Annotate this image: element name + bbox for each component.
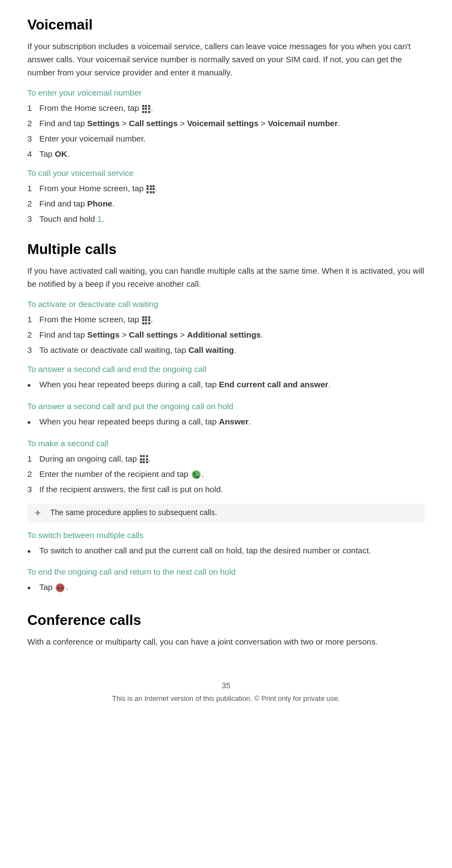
footnote: This is an Internet version of this publ… <box>27 694 425 702</box>
switch-calls-bullets: • To switch to another call and put the … <box>27 544 425 560</box>
grid-icon <box>142 105 150 113</box>
list-item: • Tap 📵. <box>27 581 425 597</box>
subsection-switch-calls: To switch between multiple calls <box>27 530 425 540</box>
grid-icon <box>146 185 155 193</box>
step-3: 3 To activate or deactivate call waiting… <box>27 344 425 357</box>
multiple-calls-section: Multiple calls If you have activated cal… <box>27 241 425 597</box>
svg-text:📵: 📵 <box>57 584 64 592</box>
make-second-call-steps: 1 During an ongoing call, tap . 2 Enter … <box>27 452 425 496</box>
tip-text: The same procedure applies to subsequent… <box>50 508 217 517</box>
subsection-answer-hold: To answer a second call and put the ongo… <box>27 401 425 411</box>
page-number: 35 <box>27 681 425 690</box>
subsection-make-second-call: To make a second call <box>27 439 425 448</box>
svg-text:📞: 📞 <box>193 471 200 479</box>
call-voicemail-steps: 1 From your Home screen, tap . 2 Find an… <box>27 182 425 226</box>
multiple-calls-intro: If you have activated call waiting, you … <box>27 264 425 291</box>
voicemail-intro: If your subscription includes a voicemai… <box>27 40 425 79</box>
step-2: 2 Enter the number of the recipient and … <box>27 468 425 481</box>
multiple-calls-title: Multiple calls <box>27 241 425 258</box>
step-3: 3 Touch and hold 1. <box>27 212 425 226</box>
step-1: 1 From the Home screen, tap . <box>27 102 425 115</box>
list-item: • When you hear repeated beeps during a … <box>27 378 425 394</box>
step-4: 4 Tap OK. <box>27 147 425 161</box>
step-3: 3 Enter your voicemail number. <box>27 132 425 145</box>
subsection-enter-voicemail: To enter your voicemail number <box>27 88 425 97</box>
call-green-icon: 📞 <box>192 470 201 479</box>
step-2: 2 Find and tap Settings > Call settings … <box>27 117 425 130</box>
enter-voicemail-steps: 1 From the Home screen, tap . 2 Find and… <box>27 102 425 161</box>
list-item: • When you hear repeated beeps during a … <box>27 415 425 431</box>
subsection-call-waiting: To activate or deactivate call waiting <box>27 299 425 309</box>
list-item: • To switch to another call and put the … <box>27 544 425 560</box>
call-waiting-steps: 1 From the Home screen, tap . 2 Find and… <box>27 313 425 357</box>
step-1: 1 From the Home screen, tap . <box>27 313 425 326</box>
conference-calls-intro: With a conference or multiparty call, yo… <box>27 635 425 648</box>
subsection-call-voicemail: To call your voicemail service <box>27 168 425 178</box>
grid-icon <box>140 455 148 463</box>
page-footer: 35 This is an Internet version of this p… <box>27 681 425 702</box>
step-1: 1 From your Home screen, tap . <box>27 182 425 195</box>
voicemail-title: Voicemail <box>27 16 425 33</box>
grid-icon <box>142 316 150 324</box>
end-call-icon: 📵 <box>56 583 64 592</box>
answer-end-bullets: • When you hear repeated beeps during a … <box>27 378 425 394</box>
step-1: 1 During an ongoing call, tap . <box>27 452 425 465</box>
answer-hold-bullets: • When you hear repeated beeps during a … <box>27 415 425 431</box>
tip-icon: ✦ <box>34 508 45 518</box>
tip-box: ✦ The same procedure applies to subseque… <box>27 504 425 523</box>
end-return-bullets: • Tap 📵. <box>27 581 425 597</box>
conference-calls-title: Conference calls <box>27 612 425 629</box>
step-3: 3 If the recipient answers, the first ca… <box>27 483 425 496</box>
subsection-answer-end: To answer a second call and end the ongo… <box>27 364 425 374</box>
step-2: 2 Find and tap Settings > Call settings … <box>27 328 425 341</box>
step-2: 2 Find and tap Phone. <box>27 197 425 210</box>
subsection-end-return: To end the ongoing call and return to th… <box>27 567 425 576</box>
conference-calls-section: Conference calls With a conference or mu… <box>27 612 425 648</box>
